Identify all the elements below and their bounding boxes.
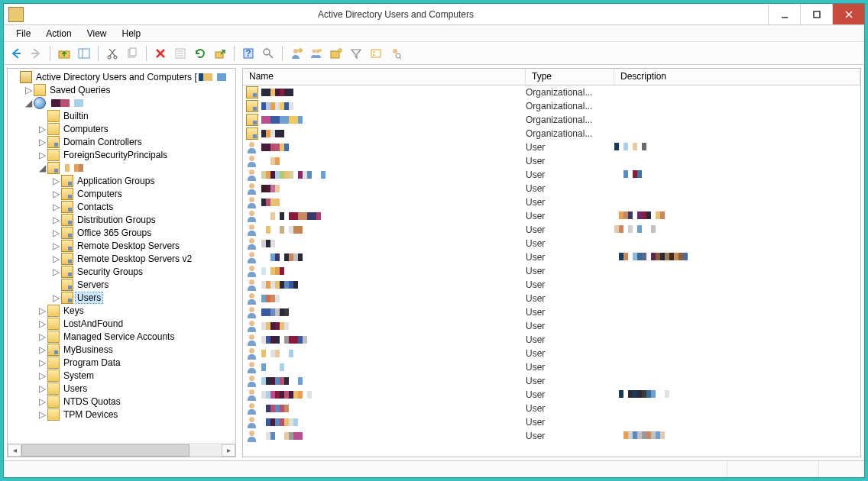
expand-icon[interactable]: ▷	[37, 331, 47, 342]
expand-icon[interactable]: ▷	[50, 240, 61, 251]
tree-item[interactable]: ▷Remote Desktop Servers	[9, 239, 234, 252]
expand-icon[interactable]: ▷	[37, 370, 47, 381]
column-name[interactable]: Name	[243, 69, 526, 85]
list-row[interactable]: User	[243, 168, 860, 182]
expand-icon[interactable]: ▷	[37, 383, 47, 394]
list-row[interactable]: User	[243, 333, 860, 347]
tree-item[interactable]: ▷MyBusiness	[9, 343, 234, 356]
list-row[interactable]: User	[243, 374, 860, 388]
tree-item[interactable]: ▷Users	[9, 291, 234, 304]
forward-icon[interactable]	[27, 44, 45, 63]
copy-icon[interactable]	[123, 44, 141, 63]
list-row[interactable]: User	[243, 250, 860, 264]
expand-icon[interactable]: ▷	[37, 344, 47, 355]
tree-item[interactable]: ▷Application Groups	[9, 174, 234, 187]
list-row[interactable]: User	[243, 292, 860, 305]
expand-icon[interactable]: ▷	[37, 305, 47, 316]
tree-item[interactable]: ▷Keys	[9, 304, 234, 317]
collapse-icon[interactable]: ◢	[37, 163, 47, 173]
expand-icon[interactable]: ▷	[37, 137, 47, 147]
scroll-right-icon[interactable]: ▸	[222, 444, 235, 457]
maximize-button[interactable]	[800, 4, 832, 24]
back-icon[interactable]	[7, 44, 25, 63]
add-group-icon[interactable]	[307, 44, 326, 63]
list-row[interactable]: Organizational...	[243, 127, 860, 140]
add-user-icon[interactable]	[287, 44, 306, 63]
menu-help[interactable]: Help	[116, 27, 147, 40]
scroll-left-icon[interactable]: ◂	[8, 444, 21, 457]
expand-icon[interactable]: ▷	[50, 176, 61, 186]
tree-item[interactable]: ▷Program Data	[9, 356, 234, 369]
list-row[interactable]: User	[243, 429, 860, 443]
menu-action[interactable]: Action	[40, 27, 77, 40]
expand-icon[interactable]: ▷	[37, 409, 47, 420]
tree-item[interactable]: Servers	[9, 278, 234, 291]
expand-icon[interactable]: ▷	[23, 85, 34, 95]
find2-icon[interactable]	[387, 44, 405, 63]
list-row[interactable]: User	[243, 415, 860, 429]
adv-icon[interactable]	[367, 44, 385, 63]
collapse-icon[interactable]: ◢	[23, 98, 34, 108]
tree-item[interactable]: ◢	[9, 96, 234, 109]
tree-item[interactable]: ▷System	[9, 369, 234, 382]
tree-item[interactable]: ▷Computers	[9, 187, 234, 200]
tree-view[interactable]: Active Directory Users and Computers [▷S…	[8, 69, 235, 443]
expand-icon[interactable]: ▷	[37, 357, 47, 368]
delete-icon[interactable]	[151, 44, 170, 63]
expand-icon[interactable]: ▷	[37, 150, 47, 160]
list-row[interactable]: Organizational...	[243, 99, 860, 113]
list-row[interactable]: User	[243, 388, 860, 402]
tree-item[interactable]: ▷Domain Controllers	[9, 135, 234, 148]
properties-icon[interactable]	[171, 44, 189, 63]
list-body[interactable]: Organizational...Organizational...Organi…	[243, 86, 860, 457]
menu-view[interactable]: View	[81, 27, 113, 40]
tree-item[interactable]: ▷Contacts	[9, 200, 234, 213]
tree-item[interactable]: Builtin	[9, 109, 234, 122]
up-icon[interactable]	[55, 44, 73, 63]
list-row[interactable]: User	[243, 264, 860, 278]
help-icon[interactable]: ?	[239, 44, 257, 63]
tree-item[interactable]: Active Directory Users and Computers [	[9, 70, 234, 83]
tree-item[interactable]: ▷TPM Devices	[9, 408, 234, 421]
list-row[interactable]: User	[243, 402, 860, 415]
list-row[interactable]: User	[243, 209, 860, 223]
tree-item[interactable]: ▷Office 365 Groups	[9, 226, 234, 239]
tree-item[interactable]: ▷Distribution Groups	[9, 213, 234, 226]
expand-icon[interactable]: ▷	[50, 228, 61, 238]
scroll-track[interactable]	[21, 444, 222, 457]
list-row[interactable]: User	[243, 278, 860, 292]
list-row[interactable]: User	[243, 319, 860, 333]
filter-icon[interactable]	[347, 44, 365, 63]
expand-icon[interactable]: ▷	[37, 396, 47, 407]
find-icon[interactable]	[259, 44, 277, 63]
column-type[interactable]: Type	[526, 69, 614, 85]
list-row[interactable]: Organizational...	[243, 86, 860, 99]
cut-icon[interactable]	[103, 44, 121, 63]
expand-icon[interactable]: ▷	[50, 189, 61, 199]
list-row[interactable]: Organizational...	[243, 113, 860, 127]
expand-icon[interactable]: ▷	[37, 318, 47, 329]
minimize-button[interactable]	[768, 4, 800, 24]
tree-item[interactable]: ▷Security Groups	[9, 265, 234, 278]
add-ou-icon[interactable]	[327, 44, 345, 63]
tree-item[interactable]: ◢	[9, 161, 234, 174]
tree-horizontal-scrollbar[interactable]: ◂ ▸	[8, 443, 235, 457]
list-row[interactable]: User	[243, 182, 860, 195]
expand-icon[interactable]: ▷	[50, 202, 61, 212]
show-pane-icon[interactable]	[75, 44, 93, 63]
close-button[interactable]	[832, 4, 864, 24]
tree-item[interactable]: ▷ForeignSecurityPrincipals	[9, 148, 234, 161]
list-row[interactable]: User	[243, 360, 860, 374]
expand-icon[interactable]: ▷	[50, 253, 61, 264]
tree-item[interactable]: ▷Remote Desktop Servers v2	[9, 252, 234, 265]
expand-icon[interactable]: ▷	[37, 124, 47, 134]
list-row[interactable]: User	[243, 223, 860, 237]
list-row[interactable]: User	[243, 347, 860, 360]
list-row[interactable]: User	[243, 140, 860, 154]
tree-item[interactable]: ▷Saved Queries	[9, 83, 234, 96]
tree-item[interactable]: ▷LostAndFound	[9, 317, 234, 330]
list-row[interactable]: User	[243, 305, 860, 319]
list-row[interactable]: User	[243, 154, 860, 168]
export-icon[interactable]	[211, 44, 229, 63]
scroll-thumb[interactable]	[21, 444, 189, 457]
